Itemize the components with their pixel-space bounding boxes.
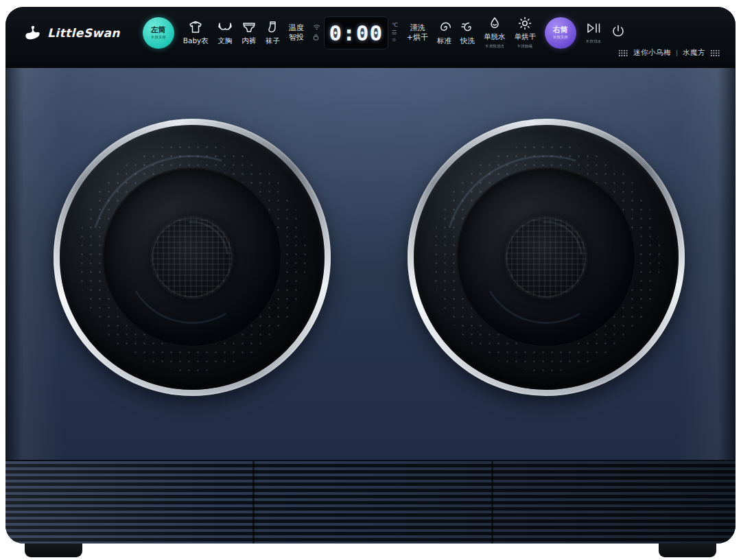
product-photo: LittleSwan 左筒 长按关停 Baby衣 文胸 xyxy=(0,0,741,560)
left-door-frame xyxy=(60,125,325,390)
dot-pattern-icon xyxy=(710,49,720,57)
model-badge: 迷你小乌梅 | 水魔方 xyxy=(618,48,720,58)
right-drum-button[interactable]: 右筒 长按关停 xyxy=(545,17,576,49)
display-time: 0:00 xyxy=(329,21,384,45)
plus-dry-label: +烘干 xyxy=(407,33,428,43)
heat-indicator: ☲ xyxy=(392,30,398,36)
bra-icon xyxy=(217,21,233,34)
program-label: 袜子 xyxy=(266,36,280,46)
mode-subtext: 长按除螨 xyxy=(517,43,532,49)
washing-machine: LittleSwan 左筒 长按关停 Baby衣 文胸 xyxy=(5,7,736,544)
program-label: 文胸 xyxy=(217,36,232,46)
program-socks[interactable]: 袜子 xyxy=(266,21,280,46)
left-door-glass xyxy=(102,167,282,347)
socks-icon xyxy=(266,21,279,34)
display-left-indicators xyxy=(313,24,320,42)
mode-label: 快洗 xyxy=(460,36,475,46)
display-group: 0:00 ℃ ☲ ☼ xyxy=(313,16,398,49)
program-label: 内裤 xyxy=(242,36,256,46)
right-door-frame xyxy=(414,125,679,390)
rinse-label: 漂洗 xyxy=(410,23,425,33)
temp-smart-dispense-button[interactable]: 温度 智投 xyxy=(289,23,304,43)
model-name: 迷你小乌梅 xyxy=(633,48,671,58)
grille-seam xyxy=(252,461,255,544)
play-pause-icon xyxy=(585,22,602,37)
underwear-icon xyxy=(242,21,257,34)
time-display: 0:00 xyxy=(324,16,388,49)
rinse-plus-dry-button[interactable]: 漂洗 +烘干 xyxy=(407,23,428,43)
brand-logo: LittleSwan xyxy=(22,24,120,42)
mode-dry-only[interactable]: 单烘干 长按除螨 xyxy=(515,16,537,49)
brand-name: LittleSwan xyxy=(47,26,120,40)
dot-pattern-icon xyxy=(618,49,628,57)
mode-quick-wash[interactable]: 快洗 xyxy=(460,21,475,46)
power-icon xyxy=(611,24,626,42)
display-right-indicators: ℃ ☲ ☼ xyxy=(392,23,398,43)
program-underwear[interactable]: 内裤 xyxy=(242,21,257,46)
mode-label: 单烘干 xyxy=(515,32,537,42)
left-drum-door xyxy=(54,119,331,396)
sun-dry-indicator: ☼ xyxy=(392,38,398,43)
series-name: 水魔方 xyxy=(683,48,705,58)
quick-wash-icon xyxy=(461,21,475,34)
left-drum-hub xyxy=(152,217,233,298)
swan-icon xyxy=(22,24,43,42)
right-drum-door xyxy=(408,119,685,396)
bottom-vent-grille xyxy=(5,460,736,544)
badge-separator: | xyxy=(676,49,678,56)
power-button[interactable] xyxy=(611,24,626,42)
left-drum-subtext: 长按关停 xyxy=(151,35,166,39)
spin-drop-icon xyxy=(488,16,502,30)
mode-label: 标准 xyxy=(437,36,451,46)
spiral-icon xyxy=(438,21,451,34)
left-drum-label: 左筒 xyxy=(151,26,166,35)
program-label: Baby衣 xyxy=(183,36,209,46)
mode-label: 单脱水 xyxy=(484,32,506,42)
grille-seam xyxy=(491,461,493,544)
program-bra[interactable]: 文胸 xyxy=(217,21,233,46)
mode-spin-only[interactable]: 单脱水 长按筒清洁 xyxy=(484,16,506,49)
baby-clothes-icon xyxy=(188,21,203,34)
celsius-indicator: ℃ xyxy=(392,23,398,28)
right-drum-label: 右筒 xyxy=(553,26,568,35)
smart-dispense-label: 智投 xyxy=(289,33,304,43)
control-panel-row: LittleSwan 左筒 长按关停 Baby衣 文胸 xyxy=(5,15,736,51)
mode-subtext: 长按筒清洁 xyxy=(485,43,504,49)
control-panel: LittleSwan 左筒 长按关停 Baby衣 文胸 xyxy=(5,7,736,68)
wifi-icon xyxy=(313,24,320,32)
left-drum-button[interactable]: 左筒 长按关停 xyxy=(143,17,174,49)
right-door-glass xyxy=(456,167,636,347)
temp-label: 温度 xyxy=(289,23,304,33)
start-pause-button[interactable]: 长按排水 xyxy=(585,22,602,45)
mode-standard[interactable]: 标准 xyxy=(437,21,451,46)
right-drum-subtext: 长按关停 xyxy=(553,35,568,39)
lock-icon xyxy=(313,34,320,42)
right-drum-hub xyxy=(506,217,587,298)
program-baby-clothes[interactable]: Baby衣 xyxy=(183,21,209,46)
start-pause-subtext: 长按排水 xyxy=(586,38,601,44)
sun-icon xyxy=(518,16,532,30)
